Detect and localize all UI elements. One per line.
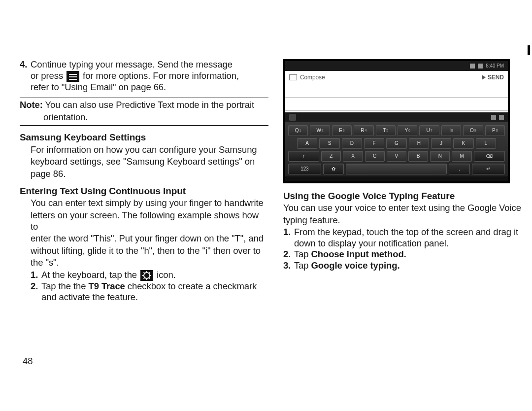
key-g[interactable]: G — [386, 138, 406, 149]
key-z[interactable]: Z — [321, 151, 341, 162]
notification-icon — [289, 114, 296, 121]
step-text: Continue typing your message. Send the m… — [31, 59, 239, 93]
step-number: 2. — [283, 249, 294, 260]
continuous-paragraph: You can enter text simply by using your … — [31, 198, 268, 268]
status-bar-mid — [285, 112, 508, 122]
status-time: 8:40 PM — [486, 63, 504, 69]
voice-p2: typing feature. — [283, 215, 522, 226]
key-t[interactable]: T5 — [376, 125, 396, 136]
key-o[interactable]: O9 — [463, 125, 483, 136]
step-number: 3. — [283, 260, 294, 272]
send-button[interactable]: SEND — [482, 74, 504, 81]
heading-samsung-keyboard: Samsung Keyboard Settings — [20, 132, 268, 143]
key-k[interactable]: K — [453, 138, 473, 149]
key-q[interactable]: Q1 — [288, 125, 308, 136]
step-text: From the keypad, touch the top of the sc… — [294, 227, 518, 249]
key-h[interactable]: H — [409, 138, 429, 149]
svg-line-7 — [149, 272, 150, 273]
svg-line-8 — [144, 277, 145, 278]
voice-s3a: Tap — [294, 260, 311, 271]
heading-continuous-input: Entering Text Using Continuous Input — [20, 185, 268, 197]
battery-icon — [499, 115, 504, 120]
key-u[interactable]: U7 — [419, 125, 439, 136]
key-space[interactable] — [346, 164, 447, 174]
key-enter[interactable]: ↵ — [472, 164, 505, 174]
voice-s3-bold: Google voice typing. — [311, 260, 399, 271]
step-text: Tap Choose input method. — [294, 249, 406, 260]
cont-p4: without lifting, glide it to the "h", th… — [31, 245, 268, 257]
step-number: 4. — [20, 59, 31, 93]
key-period[interactable]: . — [449, 164, 470, 174]
key-f[interactable]: F — [364, 138, 384, 149]
step4-line3: refer to "Using Email" on page 66. — [31, 82, 166, 92]
key-n[interactable]: N — [430, 151, 450, 162]
key-i[interactable]: I8 — [441, 125, 461, 136]
step-number: 2. — [31, 281, 41, 303]
voice-s2-bold: Choose input method. — [311, 249, 406, 259]
samsung-p2: keyboard settings, see "Samsung Keyboard… — [31, 156, 268, 168]
key-symbols[interactable]: 123 — [288, 164, 321, 174]
status-bar-top: 8:40 PM — [285, 61, 508, 71]
continuous-step-1: 1. At the keyboard, tap the icon. — [31, 270, 176, 281]
key-p[interactable]: P0 — [485, 125, 505, 136]
envelope-icon — [289, 74, 297, 80]
voice-step-2: 2. Tap Choose input method. — [283, 249, 406, 260]
key-d[interactable]: D — [342, 138, 362, 149]
key-m[interactable]: M — [452, 151, 471, 162]
menu-icon — [66, 71, 79, 82]
signal-icon — [470, 64, 475, 68]
compose-label: Compose — [300, 74, 325, 81]
cont-s2c: and activate the feature. — [41, 292, 138, 302]
cont-s1a: At the keyboard, tap the — [41, 270, 139, 280]
key-x[interactable]: X — [343, 151, 363, 162]
step-text: Tap Google voice typing. — [294, 260, 400, 272]
note-label: Note: — [20, 100, 43, 110]
manual-page: 4. Continue typing your message. Send th… — [20, 59, 522, 365]
page-number: 48 — [23, 356, 33, 367]
key-c[interactable]: C — [365, 151, 385, 162]
battery-icon — [478, 64, 483, 68]
step-4: 4. Continue typing your message. Send th… — [20, 59, 239, 93]
svg-line-6 — [149, 277, 150, 278]
scan-edge-mark — [528, 45, 530, 55]
voice-step-3: 3. Tap Google voice typing. — [283, 260, 400, 272]
voice-s1b: down to display your notification panel. — [294, 238, 449, 248]
right-column: 8:40 PM Compose SEND — [283, 59, 522, 365]
svg-point-0 — [144, 273, 150, 278]
key-l[interactable]: L — [476, 138, 496, 149]
gear-icon — [140, 270, 153, 281]
key-r[interactable]: R4 — [354, 125, 373, 136]
step4-line2b: for more options. For more information, — [80, 70, 239, 81]
key-w[interactable]: W2 — [310, 125, 330, 136]
step4-line2a: or press — [31, 70, 66, 81]
send-label: SEND — [488, 74, 504, 81]
key-shift[interactable]: ↑ — [288, 151, 319, 162]
note-block: Note: You can also use Predictive Text m… — [20, 98, 268, 126]
cont-s1b: icon. — [154, 270, 176, 280]
svg-line-5 — [144, 272, 145, 273]
key-s[interactable]: S — [319, 138, 339, 149]
samsung-p3: page 86. — [31, 169, 268, 180]
key-backspace[interactable]: ⌫ — [474, 151, 505, 162]
compose-label-group: Compose — [289, 74, 325, 81]
keyboard-row-2: ASDFGHJKL — [288, 138, 505, 149]
keyboard-row-1: Q1W2E3R4T5Y6U7I8O9P0 — [288, 125, 505, 136]
key-y[interactable]: Y6 — [398, 125, 417, 136]
key-j[interactable]: J — [431, 138, 451, 149]
cont-p2: letters on your screen. The following ex… — [31, 210, 268, 232]
keyboard-row-4: 123✿.↵ — [288, 164, 505, 174]
voice-s2a: Tap — [294, 249, 311, 259]
text-line — [285, 97, 508, 98]
t9-trace-bold: T9 Trace — [88, 281, 125, 291]
key-settings[interactable]: ✿ — [323, 164, 344, 174]
compose-body[interactable] — [285, 84, 508, 112]
key-e[interactable]: E3 — [332, 125, 352, 136]
key-a[interactable]: A — [297, 138, 317, 149]
key-b[interactable]: B — [408, 151, 428, 162]
note-line1: You can also use Predictive Text mode in… — [43, 100, 254, 110]
voice-step-1: 1. From the keypad, touch the top of the… — [283, 227, 518, 249]
voice-p1: You can use your voice to enter text usi… — [283, 203, 522, 214]
note-line2: orientation. — [43, 112, 268, 123]
key-v[interactable]: V — [387, 151, 406, 162]
step4-line1: Continue typing your message. Send the m… — [31, 59, 233, 69]
